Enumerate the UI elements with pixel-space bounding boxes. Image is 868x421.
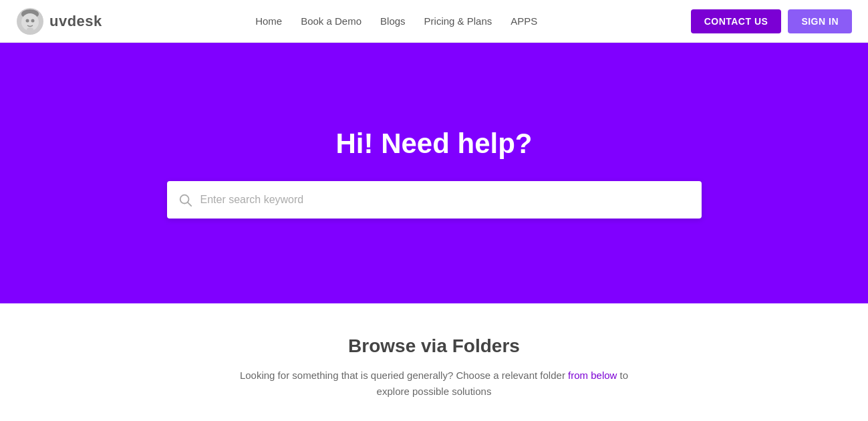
search-icon-wrapper bbox=[178, 192, 192, 207]
nav-links: Home Book a Demo Blogs Pricing & Plans A… bbox=[255, 15, 537, 27]
nav-book-demo[interactable]: Book a Demo bbox=[301, 15, 361, 27]
browse-section: Browse via Folders Looking for something… bbox=[0, 303, 868, 421]
logo-text: uvdesk bbox=[49, 13, 102, 30]
navbar: uvdesk Home Book a Demo Blogs Pricing & … bbox=[0, 0, 868, 43]
svg-point-5 bbox=[27, 27, 33, 31]
hero-title: Hi! Need help? bbox=[335, 128, 532, 160]
nav-buttons: CONTACT US SIGN IN bbox=[691, 9, 852, 33]
contact-us-button[interactable]: CONTACT US bbox=[691, 9, 782, 33]
browse-subtitle: Looking for something that is queried ge… bbox=[227, 368, 641, 400]
logo-link[interactable]: uvdesk bbox=[16, 7, 102, 35]
logo-icon bbox=[16, 7, 44, 35]
svg-line-7 bbox=[188, 202, 191, 206]
sign-in-button[interactable]: SIGN IN bbox=[788, 9, 852, 33]
svg-point-3 bbox=[26, 19, 29, 22]
browse-subtitle-text1: Looking for something that is queried ge… bbox=[240, 370, 568, 381]
nav-blogs[interactable]: Blogs bbox=[380, 15, 406, 27]
browse-title: Browse via Folders bbox=[348, 335, 520, 357]
search-input[interactable] bbox=[200, 194, 691, 206]
nav-home[interactable]: Home bbox=[255, 15, 282, 27]
search-icon bbox=[178, 192, 192, 207]
search-bar bbox=[167, 181, 702, 219]
browse-subtitle-link[interactable]: from below bbox=[568, 370, 617, 381]
hero-section: Hi! Need help? bbox=[0, 43, 868, 303]
nav-apps[interactable]: APPS bbox=[511, 15, 537, 27]
svg-point-4 bbox=[31, 19, 35, 22]
nav-pricing[interactable]: Pricing & Plans bbox=[424, 15, 492, 27]
